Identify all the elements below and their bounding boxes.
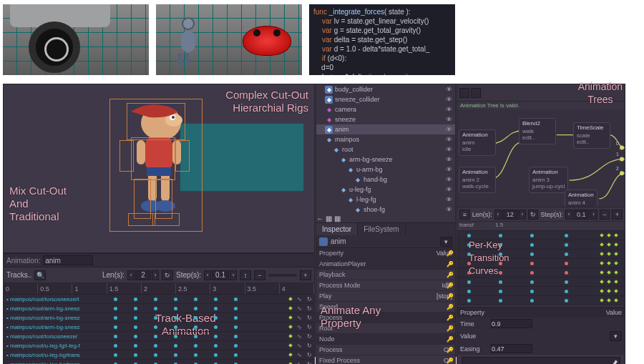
track-row[interactable]: • mainpos/root/arm-bg-sneez∿↻ [4,313,314,323]
scene-bottom-bar: ← ▦ ▦ [316,215,455,222]
scene-tree[interactable]: ◆body_collider👁◆sneeze_collider👁◆camera👁… [316,84,455,215]
tab-inspector[interactable]: Inspector [316,223,358,235]
scene-node-u-arm-bg[interactable]: ◆u-arm-bg👁 [316,164,455,174]
node-icon: ◆ [325,96,333,104]
track-keyframes[interactable] [109,304,314,313]
visibility-icon[interactable]: 👁 [446,116,452,123]
zoom-in-icon[interactable]: + [300,270,311,280]
key-value-dropdown[interactable]: ▾ [610,331,622,341]
key-row[interactable] [457,296,625,305]
track-keyframes[interactable] [109,295,314,303]
track-row[interactable]: • mainpos/root/arm-bg-sneez∿↻ [4,323,314,332]
scene-node-u-leg-fg[interactable]: ◆u-leg-fg👁 [316,185,455,195]
track-row[interactable]: • mainpos/root/u-leg-bg/trans∿↻ [4,350,314,360]
track-options[interactable]: ∿↻ [287,350,314,359]
visibility-icon[interactable]: 👁 [446,186,452,193]
visibility-icon[interactable]: 👁 [446,156,452,163]
visibility-icon[interactable]: 👁 [446,96,452,103]
graph-node-timescale[interactable]: TimeScalescaleedit.. [573,122,610,149]
visibility-icon[interactable]: 👁 [446,86,452,93]
scene-node-sneeze_collider[interactable]: ◆sneeze_collider👁 [316,94,455,104]
graph-node-anim4[interactable]: Animationanim 4 [565,190,597,207]
timeline-ruler[interactable]: 00.511.522.533.54 [4,283,314,295]
play-icon[interactable] [459,88,469,98]
search-icon[interactable]: 🔍 [34,270,46,280]
track-keyframes[interactable] [109,332,314,340]
svg-text:0: 0 [616,141,619,146]
inspector-row[interactable]: Fixed ProcessOn🔑 [316,355,455,364]
key-easing-input[interactable] [491,344,532,353]
inspector-row[interactable]: Playback🔑 [316,270,455,280]
track-row[interactable]: • mainpos/root/torsosneeze/∿↻ [4,332,314,341]
scene-node-anim[interactable]: ◆anim👁 [316,124,455,134]
graph-play-icon[interactable] [471,88,481,98]
scene-node-mainpos[interactable]: ◆mainpos👁 [316,134,455,144]
scene-node-root[interactable]: ◆root👁 [316,144,455,154]
step-stepper[interactable]: ‹0.1› [204,270,237,280]
back-icon[interactable]: ← [316,215,323,222]
visibility-icon[interactable]: 👁 [446,176,452,183]
visibility-icon[interactable]: 👁 [446,106,452,113]
length-stepper[interactable]: ‹2› [127,270,159,280]
key-zoom-out-icon[interactable]: − [600,210,610,220]
timeline-tick: 3.5 [245,283,280,294]
animtree-graph[interactable]: 0 1 2 Animationanimidle Blend2walkedit..… [457,109,625,207]
key-ruler[interactable]: transf 1.5 [457,222,625,231]
key-row[interactable] [457,277,625,287]
track-options[interactable]: ∿↻ [287,332,314,340]
track-options[interactable]: ∿↻ [287,360,314,364]
graph-node-anim-idle[interactable]: Animationanimidle [459,129,496,156]
scene-node-l-leg-fg[interactable]: ◆l-leg-fg👁 [316,195,455,205]
track-keyframes[interactable] [109,323,314,331]
visibility-icon[interactable]: 👁 [446,166,452,173]
key-loop-icon[interactable]: ↻ [528,210,539,220]
graph-node-anim2[interactable]: Animationanim 2walk-cycle [459,167,496,193]
cursor-icon[interactable]: ↕ [240,270,251,280]
visibility-icon[interactable]: 👁 [446,206,452,213]
graph-node-blend2[interactable]: Blend2walkedit.. [519,118,556,144]
track-row[interactable]: • mainpos/root/arm-bg-sneez∿↻ [4,304,314,313]
track-keyframes[interactable] [109,350,314,359]
track-options[interactable]: ∿↻ [287,304,314,313]
visibility-icon[interactable]: 👁 [446,146,452,153]
inspector-row[interactable]: Play[stop]🔑 [316,291,455,302]
track-options[interactable]: ∿↻ [287,323,314,331]
key-menu-icon[interactable]: ≡ [459,210,470,220]
track-options[interactable]: ∿↻ [287,313,314,322]
visibility-icon[interactable]: 👁 [446,196,452,203]
tab-filesystem[interactable]: FileSystem [358,223,405,235]
key-time-input[interactable] [491,319,532,328]
scene-node-hand-bg[interactable]: ◆hand-bg👁 [316,174,455,185]
key-step-stepper[interactable]: ‹0.1› [565,210,597,220]
resources-icon[interactable]: ▦ ▦ [326,215,341,222]
node-label: u-leg-fg [349,186,371,193]
viewport-2d[interactable]: Complex Cut-Out Hierarchial Rigs Mix Cut… [4,84,314,253]
history-icon[interactable]: ▾ [440,237,452,247]
graph-node-anim3[interactable]: Animationanim 3jump-up-cycl [529,167,568,193]
track-row[interactable]: • mainpos/root/u-leg-fg/l-leg-f∿↻ [4,341,314,350]
visibility-icon[interactable]: 👁 [446,136,452,143]
scene-node-body_collider[interactable]: ◆body_collider👁 [316,84,455,94]
track-options[interactable]: ∿↻ [287,341,314,350]
zoom-slider[interactable] [268,274,297,277]
track-options[interactable]: ∿↻ [287,295,314,303]
track-row[interactable]: • mainpos/root/u-leg-bg/trans∿↻ [4,360,314,364]
scene-node-sneeze[interactable]: ◆sneeze👁 [316,114,455,124]
scene-node-camera[interactable]: ◆camera👁 [316,104,455,114]
scene-node-shoe-fg[interactable]: ◆shoe-fg👁 [316,205,455,215]
key-row[interactable] [457,287,625,296]
animation-name-input[interactable] [43,255,93,265]
easing-curve[interactable] [462,357,620,364]
track-keyframes[interactable] [109,341,314,350]
track-row[interactable]: • mainpos/root/torsosneeze/t∿↻ [4,295,314,304]
key-zoom-in-icon[interactable]: + [612,210,623,220]
track-keyframes[interactable] [109,313,314,322]
loop-icon[interactable]: ↻ [162,270,173,280]
inspector-row[interactable]: ProcessOn🔑 [316,345,455,355]
track-keyframes[interactable] [109,360,314,364]
inspector-row[interactable]: Process ModeIdle🔑 [316,280,455,291]
key-len-stepper[interactable]: ‹12› [494,210,526,220]
zoom-out-icon[interactable]: − [254,270,265,280]
visibility-icon[interactable]: 👁 [446,126,452,133]
scene-node-arm-bg-sneeze[interactable]: ◆arm-bg-sneeze👁 [316,154,455,164]
